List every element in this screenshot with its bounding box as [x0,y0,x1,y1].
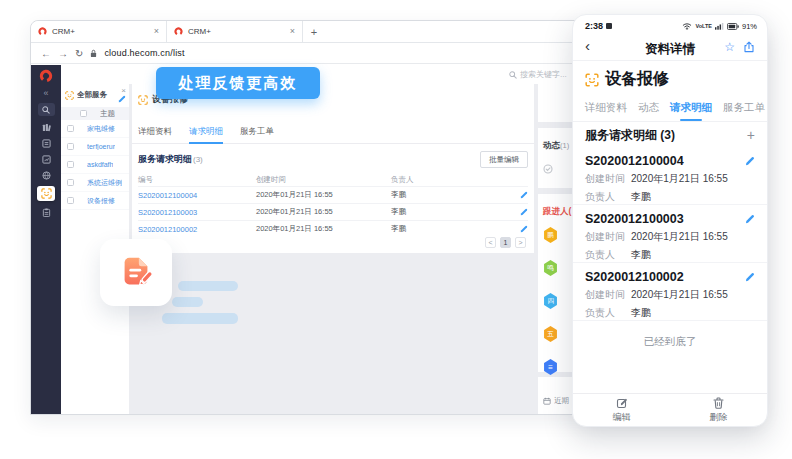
collapse-icon[interactable]: « [43,88,48,98]
table-row[interactable]: S2020012100004 2020年01月21日 16:55 李鹏 [138,186,528,203]
field-value: 2020年1月21日 16:55 [631,172,728,186]
globe-icon [42,171,51,180]
row-checkbox[interactable] [67,197,74,204]
sidebar-item-library[interactable] [41,122,51,132]
sidebar-item-globe[interactable] [41,170,51,180]
skeleton-bar [162,313,238,324]
record-id-link[interactable]: S2020012100003 [138,208,256,217]
field-value: 2020年1月21日 16:55 [631,288,728,302]
field-label: 创建时间 [585,288,631,302]
tab-service-order[interactable]: 服务工单 [240,126,274,143]
edit-pen-icon[interactable] [745,272,755,282]
list-item[interactable]: askdfafh [61,156,129,174]
new-tab-button[interactable]: + [303,21,325,42]
record-id[interactable]: S2020012100004 [585,154,755,168]
table-row[interactable]: S2020012100003 2020年01月21日 16:55 李鹏 [138,203,528,220]
avatar[interactable]: 五 [543,326,558,342]
sidebar-item-forms[interactable] [41,138,51,148]
edit-pen-icon[interactable] [520,225,528,233]
followers-title: 跟进人( [543,206,571,216]
list-item-link[interactable]: 系统运维例 [87,178,122,188]
row-checkbox[interactable] [67,161,74,168]
sidebar-item-clipboard[interactable] [41,207,51,217]
tab-request-detail[interactable]: 请求明细 [670,101,712,121]
table-row[interactable]: S2020012100002 2020年01月21日 16:55 李鹏 [138,220,528,237]
edit-pen-icon[interactable] [520,208,528,216]
avatar[interactable]: 鸣 [543,260,558,276]
document-pen-icon [117,254,155,292]
select-all-checkbox[interactable] [80,110,87,117]
prev-page-button[interactable]: < [485,237,496,248]
avatar[interactable]: 鹏 [543,227,558,243]
tab-close-icon[interactable]: × [154,27,159,36]
reload-icon[interactable]: ↻ [75,48,83,59]
edit-pen-icon[interactable] [745,214,755,224]
browser-tab-2[interactable]: CRM+ × [167,21,303,42]
list-item[interactable]: 设备报修 [61,192,129,210]
list-item[interactable]: 系统运维例 [61,174,129,192]
sidebar-item-service-active[interactable] [37,186,55,201]
list-item-link[interactable]: 设备报修 [87,196,115,206]
edit-button[interactable]: 编辑 [573,394,670,426]
created-time: 2020年01月21日 16:55 [256,207,391,217]
favorite-star-icon[interactable]: ☆ [724,40,735,54]
lock-icon [90,49,97,58]
section-title: 服务请求明细 (3) [585,127,675,144]
field-value: 李鹏 [631,306,651,320]
record-detail-panel: 设备报修 详细资料 请求明细 服务工单 服务请求明细 (3) 批量编辑 编号 创… [132,84,534,253]
list-item-link[interactable]: askdfafh [87,161,113,168]
close-icon[interactable]: × [121,86,126,95]
sidebar-item-reports[interactable] [41,154,51,164]
back-icon[interactable]: ← [41,48,51,59]
delete-label: 删除 [710,411,728,424]
tab-close-icon[interactable]: × [290,27,295,36]
avatar[interactable]: ≡ [543,359,558,375]
add-icon[interactable]: + [747,127,755,143]
avatar[interactable]: 四 [543,293,558,309]
record-id[interactable]: S2020012100002 [585,270,755,284]
smiley-brackets-icon [65,91,74,100]
field-value: 李鹏 [631,190,651,204]
skeleton-bar [178,281,238,291]
hecom-logo-icon [39,69,53,83]
list-item[interactable]: 家电维修 [61,120,129,138]
list-item-link[interactable]: terfjoerur [87,143,115,150]
batch-edit-button[interactable]: 批量编辑 [480,151,528,168]
next-page-button[interactable]: > [515,237,526,248]
phone-page-title: 资料详情 [573,41,767,58]
list-item-link[interactable]: 家电维修 [87,124,115,134]
delete-button[interactable]: 删除 [670,394,767,426]
battery-percent: 91% [742,22,757,31]
column-label: 主题 [100,109,115,119]
global-search-input[interactable]: 搜索关键字... [509,69,567,80]
browser-tab-1[interactable]: CRM+ × [31,21,167,42]
tab-detail-info[interactable]: 详细资料 [585,101,627,121]
share-icon[interactable] [743,41,755,53]
edit-pen-icon[interactable] [520,191,528,199]
request-table: 编号 创建时间 负责人 S2020012100004 2020年01月21日 1… [138,173,528,237]
col-owner: 负责人 [391,175,514,185]
record-id-link[interactable]: S2020012100004 [138,191,256,200]
edit-pen-icon[interactable] [118,95,126,103]
request-card[interactable]: S2020012100002 创建时间2020年1月21日 16:55 负责人李… [573,263,767,321]
request-card[interactable]: S2020012100004 创建时间2020年1月21日 16:55 负责人李… [573,147,767,205]
col-id: 编号 [138,175,256,185]
floating-doc-card [100,239,172,306]
tab-detail-info[interactable]: 详细资料 [138,126,172,143]
row-checkbox[interactable] [67,143,74,150]
record-id-link[interactable]: S2020012100002 [138,225,256,234]
request-card[interactable]: S2020012100003 创建时间2020年1月21日 16:55 负责人李… [573,205,767,263]
row-checkbox[interactable] [67,125,74,132]
recent-label: 近期 [554,396,569,406]
edit-pen-icon[interactable] [745,156,755,166]
record-id[interactable]: S2020012100003 [585,212,755,226]
row-checkbox[interactable] [67,179,74,186]
current-page[interactable]: 1 [500,237,511,248]
sidebar-search-button[interactable] [38,103,55,116]
tab-request-detail[interactable]: 请求明细 [189,126,223,143]
tab-activity[interactable]: 动态 [638,101,659,121]
url-text[interactable]: cloud.hecom.cn/list [104,48,184,58]
forward-icon[interactable]: → [58,48,68,59]
tab-service-order[interactable]: 服务工单 [723,101,765,121]
list-item[interactable]: terfjoerur [61,138,129,156]
